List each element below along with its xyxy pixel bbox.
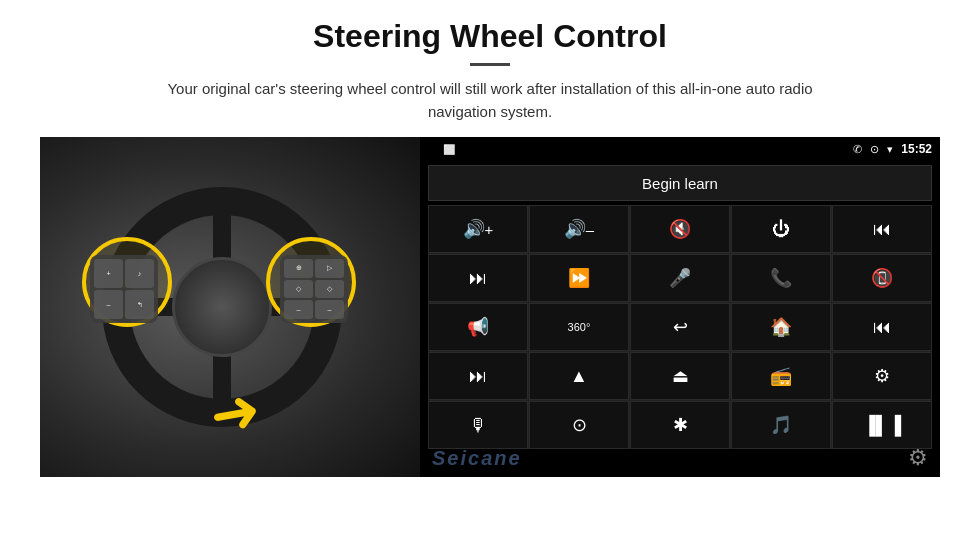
btn-vol-down: – (94, 290, 123, 319)
back-icon[interactable]: ◁ (428, 142, 437, 156)
bluetooth-cell[interactable]: ✱ (630, 401, 730, 449)
title-divider (470, 63, 510, 66)
skip-next-cell[interactable]: ⏭ (428, 352, 528, 400)
steering-wheel-photo: + ♪ – ↰ ⊕ ▷ ◇ ◇ – – ➜ (40, 137, 420, 477)
btn-seek-up: ◇ (284, 280, 313, 299)
home-nav-icon[interactable]: ⬜ (443, 144, 455, 155)
btn-mode: ♪ (125, 259, 154, 288)
btn-r2: – (315, 300, 344, 319)
equalizer-cell[interactable]: ⚙ (832, 352, 932, 400)
vol-down-cell[interactable]: 🔊– (529, 205, 629, 253)
next-track-cell[interactable]: ⏭ (428, 254, 528, 302)
fast-forward-cell[interactable]: ⏩ (529, 254, 629, 302)
headunit-screen: ◁ ⬜ ▭ ▪▪ ✆ ⊙ ▾ 15:52 Begin learn � (420, 137, 940, 477)
btn-r1: – (284, 300, 313, 319)
location-status-icon: ⊙ (870, 143, 879, 156)
left-button-panel: + ♪ – ↰ (90, 255, 158, 323)
page-container: Steering Wheel Control Your original car… (0, 0, 980, 548)
photo-canvas: + ♪ – ↰ ⊕ ▷ ◇ ◇ – – ➜ (40, 137, 420, 477)
right-button-panel: ⊕ ▷ ◇ ◇ – – (280, 255, 348, 323)
btn-prev: ⊕ (284, 259, 313, 278)
navigate-cell[interactable]: ▲ (529, 352, 629, 400)
page-subtitle: Your original car's steering wheel contr… (140, 78, 840, 123)
radio-cell[interactable]: 📻 (731, 352, 831, 400)
btn-call: ↰ (125, 290, 154, 319)
signal-icon: ▪▪ (476, 144, 483, 155)
control-grid: 🔊+ 🔊– 🔇 ⏻ ⏮ ⏭ ⏩ 🎤 📞 📵 📢 360° ↩ 🏠 ⏮ ⏭ (428, 205, 932, 449)
phone-status-icon: ✆ (853, 143, 862, 156)
content-row: + ♪ – ↰ ⊕ ▷ ◇ ◇ – – ➜ (40, 137, 940, 477)
btn-seek-down: ◇ (315, 280, 344, 299)
settings-gear-icon[interactable]: ⚙ (908, 445, 928, 471)
status-bar-right-icons: ✆ ⊙ ▾ 15:52 (853, 142, 932, 156)
home-cell[interactable]: 🏠 (731, 303, 831, 351)
prev-track-cell[interactable]: ⏮ (832, 205, 932, 253)
btn-next: ▷ (315, 259, 344, 278)
sw-center (172, 257, 272, 357)
mute-cell[interactable]: 🔇 (630, 205, 730, 253)
vol-up-cell[interactable]: 🔊+ (428, 205, 528, 253)
end-call-cell[interactable]: 📵 (832, 254, 932, 302)
mic2-cell[interactable]: 🎙 (428, 401, 528, 449)
begin-learn-label: Begin learn (642, 175, 718, 192)
phone-call-cell[interactable]: 📞 (731, 254, 831, 302)
status-bar: ◁ ⬜ ▭ ▪▪ ✆ ⊙ ▾ 15:52 (420, 137, 940, 161)
begin-learn-button[interactable]: Begin learn (428, 165, 932, 201)
soundwave-cell[interactable]: ▐▌▐ (832, 401, 932, 449)
recent-apps-icon[interactable]: ▭ (461, 144, 470, 155)
brand-watermark: Seicane (432, 447, 522, 470)
page-title: Steering Wheel Control (313, 18, 667, 55)
eject-cell[interactable]: ⏏ (630, 352, 730, 400)
rewind-cell[interactable]: ⏮ (832, 303, 932, 351)
clock-display: 15:52 (901, 142, 932, 156)
target-cell[interactable]: ⊙ (529, 401, 629, 449)
status-bar-left: ◁ ⬜ ▭ ▪▪ (428, 142, 483, 156)
btn-vol-up: + (94, 259, 123, 288)
360-cell[interactable]: 360° (529, 303, 629, 351)
bottom-bar: Seicane ⚙ (420, 445, 940, 471)
wifi-status-icon: ▾ (887, 143, 893, 156)
power-cell[interactable]: ⏻ (731, 205, 831, 253)
speaker-cell[interactable]: 📢 (428, 303, 528, 351)
music-cell[interactable]: 🎵 (731, 401, 831, 449)
back-cell[interactable]: ↩ (630, 303, 730, 351)
mic-cell[interactable]: 🎤 (630, 254, 730, 302)
